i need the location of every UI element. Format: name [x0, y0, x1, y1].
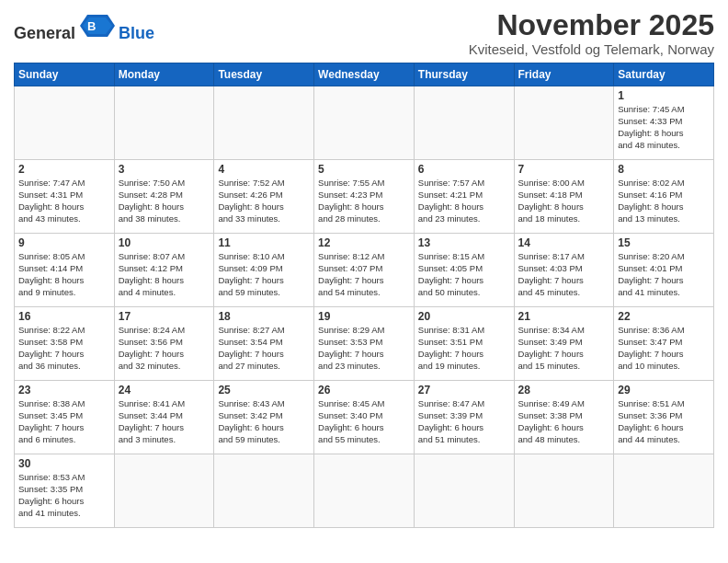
calendar-cell: [414, 86, 514, 160]
calendar-cell: 2Sunrise: 7:47 AM Sunset: 4:31 PM Daylig…: [15, 160, 115, 234]
day-number: 5: [318, 163, 410, 176]
day-info: Sunrise: 8:47 AM Sunset: 3:39 PM Dayligh…: [418, 398, 510, 445]
weekday-header-sunday: Sunday: [15, 63, 115, 86]
calendar-cell: 13Sunrise: 8:15 AM Sunset: 4:05 PM Dayli…: [414, 234, 514, 307]
day-info: Sunrise: 8:00 AM Sunset: 4:18 PM Dayligh…: [518, 178, 610, 224]
day-number: 9: [18, 236, 110, 249]
calendar-cell: 6Sunrise: 7:57 AM Sunset: 4:21 PM Daylig…: [414, 160, 514, 234]
day-info: Sunrise: 8:17 AM Sunset: 4:03 PM Dayligh…: [518, 251, 610, 298]
week-row-0: 1Sunrise: 7:45 AM Sunset: 4:33 PM Daylig…: [15, 86, 714, 160]
day-info: Sunrise: 7:50 AM Sunset: 4:28 PM Dayligh…: [119, 178, 210, 224]
day-number: 13: [418, 236, 510, 249]
calendar-cell: 5Sunrise: 7:55 AM Sunset: 4:23 PM Daylig…: [314, 160, 415, 234]
calendar-cell: 19Sunrise: 8:29 AM Sunset: 3:53 PM Dayli…: [314, 307, 415, 381]
day-number: 22: [618, 310, 710, 323]
weekday-header-row: SundayMondayTuesdayWednesdayThursdayFrid…: [15, 63, 714, 86]
day-info: Sunrise: 8:12 AM Sunset: 4:07 PM Dayligh…: [318, 251, 410, 298]
day-number: 23: [18, 384, 110, 396]
day-number: 26: [318, 384, 410, 396]
weekday-header-monday: Monday: [114, 63, 214, 86]
calendar-cell: [114, 86, 214, 160]
day-info: Sunrise: 7:47 AM Sunset: 4:31 PM Dayligh…: [18, 178, 110, 224]
day-info: Sunrise: 8:31 AM Sunset: 3:51 PM Dayligh…: [418, 325, 510, 372]
calendar-table: SundayMondayTuesdayWednesdayThursdayFrid…: [14, 63, 714, 528]
day-info: Sunrise: 8:27 AM Sunset: 3:54 PM Dayligh…: [218, 325, 310, 372]
calendar-cell: [214, 454, 314, 528]
calendar-cell: 24Sunrise: 8:41 AM Sunset: 3:44 PM Dayli…: [114, 381, 214, 454]
day-info: Sunrise: 8:43 AM Sunset: 3:42 PM Dayligh…: [218, 398, 310, 445]
day-number: 24: [119, 384, 210, 396]
day-info: Sunrise: 8:22 AM Sunset: 3:58 PM Dayligh…: [18, 325, 110, 372]
calendar-cell: 10Sunrise: 8:07 AM Sunset: 4:12 PM Dayli…: [114, 234, 214, 307]
day-number: 18: [218, 310, 310, 323]
week-row-3: 16Sunrise: 8:22 AM Sunset: 3:58 PM Dayli…: [15, 307, 714, 381]
weekday-header-friday: Friday: [514, 63, 614, 86]
logo-icon: B: [80, 13, 115, 39]
calendar-cell: 23Sunrise: 8:38 AM Sunset: 3:45 PM Dayli…: [15, 381, 115, 454]
day-info: Sunrise: 8:49 AM Sunset: 3:38 PM Dayligh…: [518, 398, 610, 445]
calendar-cell: 8Sunrise: 8:02 AM Sunset: 4:16 PM Daylig…: [614, 160, 714, 234]
calendar-cell: 22Sunrise: 8:36 AM Sunset: 3:47 PM Dayli…: [614, 307, 714, 381]
day-info: Sunrise: 8:34 AM Sunset: 3:49 PM Dayligh…: [518, 325, 610, 372]
weekday-header-tuesday: Tuesday: [214, 63, 314, 86]
day-number: 27: [418, 384, 510, 396]
logo: General B Blue: [14, 13, 154, 42]
day-info: Sunrise: 8:51 AM Sunset: 3:36 PM Dayligh…: [618, 398, 710, 445]
day-number: 6: [418, 163, 510, 176]
location-subtitle: Kviteseid, Vestfold og Telemark, Norway: [469, 41, 714, 57]
day-number: 10: [119, 236, 210, 249]
day-number: 30: [18, 457, 110, 470]
week-row-5: 30Sunrise: 8:53 AM Sunset: 3:35 PM Dayli…: [15, 454, 714, 528]
calendar-cell: [314, 454, 415, 528]
title-area: November 2025 Kviteseid, Vestfold og Tel…: [469, 9, 714, 57]
calendar-cell: 15Sunrise: 8:20 AM Sunset: 4:01 PM Dayli…: [614, 234, 714, 307]
week-row-2: 9Sunrise: 8:05 AM Sunset: 4:14 PM Daylig…: [15, 234, 714, 307]
day-info: Sunrise: 7:55 AM Sunset: 4:23 PM Dayligh…: [318, 178, 410, 224]
day-number: 1: [618, 89, 710, 102]
day-number: 16: [18, 310, 110, 323]
calendar-cell: 11Sunrise: 8:10 AM Sunset: 4:09 PM Dayli…: [214, 234, 314, 307]
calendar-cell: 9Sunrise: 8:05 AM Sunset: 4:14 PM Daylig…: [15, 234, 115, 307]
weekday-header-thursday: Thursday: [414, 63, 514, 86]
day-number: 21: [518, 310, 610, 323]
day-number: 8: [618, 163, 710, 176]
day-number: 25: [218, 384, 310, 396]
calendar-cell: [114, 454, 214, 528]
day-number: 11: [218, 236, 310, 249]
day-info: Sunrise: 8:41 AM Sunset: 3:44 PM Dayligh…: [119, 398, 210, 445]
calendar-cell: 26Sunrise: 8:45 AM Sunset: 3:40 PM Dayli…: [314, 381, 415, 454]
day-number: 15: [618, 236, 710, 249]
logo-wordmark: General B Blue: [14, 13, 154, 42]
weekday-header-saturday: Saturday: [614, 63, 714, 86]
day-info: Sunrise: 8:02 AM Sunset: 4:16 PM Dayligh…: [618, 178, 710, 224]
day-number: 7: [518, 163, 610, 176]
day-info: Sunrise: 8:07 AM Sunset: 4:12 PM Dayligh…: [119, 251, 210, 298]
calendar-cell: 25Sunrise: 8:43 AM Sunset: 3:42 PM Dayli…: [214, 381, 314, 454]
calendar-cell: 21Sunrise: 8:34 AM Sunset: 3:49 PM Dayli…: [514, 307, 614, 381]
day-info: Sunrise: 8:53 AM Sunset: 3:35 PM Dayligh…: [18, 472, 110, 519]
weekday-header-wednesday: Wednesday: [314, 63, 415, 86]
day-info: Sunrise: 7:52 AM Sunset: 4:26 PM Dayligh…: [218, 178, 310, 224]
day-number: 2: [18, 163, 110, 176]
svg-text:B: B: [87, 19, 96, 33]
calendar-cell: [414, 454, 514, 528]
week-row-1: 2Sunrise: 7:47 AM Sunset: 4:31 PM Daylig…: [15, 160, 714, 234]
day-info: Sunrise: 8:38 AM Sunset: 3:45 PM Dayligh…: [18, 398, 110, 445]
calendar-cell: 30Sunrise: 8:53 AM Sunset: 3:35 PM Dayli…: [15, 454, 115, 528]
day-info: Sunrise: 8:45 AM Sunset: 3:40 PM Dayligh…: [318, 398, 410, 445]
day-info: Sunrise: 7:45 AM Sunset: 4:33 PM Dayligh…: [618, 104, 710, 151]
day-number: 28: [518, 384, 610, 396]
day-info: Sunrise: 8:10 AM Sunset: 4:09 PM Dayligh…: [218, 251, 310, 298]
calendar-cell: 29Sunrise: 8:51 AM Sunset: 3:36 PM Dayli…: [614, 381, 714, 454]
calendar-cell: 16Sunrise: 8:22 AM Sunset: 3:58 PM Dayli…: [15, 307, 115, 381]
calendar-cell: 17Sunrise: 8:24 AM Sunset: 3:56 PM Dayli…: [114, 307, 214, 381]
day-number: 17: [119, 310, 210, 323]
calendar-cell: [514, 454, 614, 528]
calendar-cell: 3Sunrise: 7:50 AM Sunset: 4:28 PM Daylig…: [114, 160, 214, 234]
day-info: Sunrise: 8:05 AM Sunset: 4:14 PM Dayligh…: [18, 251, 110, 298]
day-info: Sunrise: 8:20 AM Sunset: 4:01 PM Dayligh…: [618, 251, 710, 298]
logo-blue: Blue: [119, 24, 154, 42]
calendar-cell: [314, 86, 415, 160]
calendar-cell: 7Sunrise: 8:00 AM Sunset: 4:18 PM Daylig…: [514, 160, 614, 234]
day-info: Sunrise: 8:15 AM Sunset: 4:05 PM Dayligh…: [418, 251, 510, 298]
